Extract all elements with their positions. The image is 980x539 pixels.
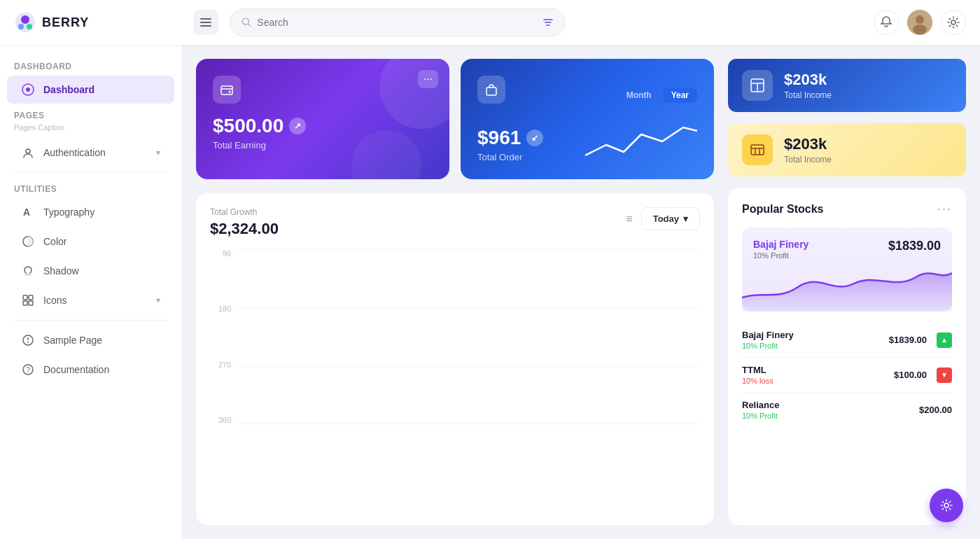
- stock-price-area-reliance: $200.00: [919, 405, 952, 415]
- earning-more-button[interactable]: ···: [418, 70, 438, 88]
- svg-point-14: [913, 24, 927, 34]
- svg-point-2: [18, 24, 24, 29]
- icons-icon: [21, 293, 35, 307]
- stocks-card: Popular Stocks ··· Bajaj Finery 10% Prof…: [728, 188, 966, 525]
- stocks-header: Popular Stocks ···: [742, 202, 952, 216]
- svg-rect-6: [200, 25, 211, 27]
- header-right: [874, 10, 966, 35]
- svg-point-29: [27, 342, 29, 343]
- settings-button[interactable]: [941, 10, 966, 35]
- stock-loss-ttml: 10% loss: [742, 377, 774, 385]
- card-earning: ··· $500.00 ↗ Total Earning: [196, 59, 449, 179]
- logo-text: BERRY: [42, 15, 89, 30]
- bell-icon: [880, 16, 892, 29]
- sidebar-item-dashboard[interactable]: Dashboard: [7, 76, 174, 104]
- toggle-year-button[interactable]: Year: [663, 88, 697, 103]
- typography-label: Typography: [43, 206, 94, 218]
- stock-price-ttml: $100.00: [894, 370, 927, 380]
- svg-text:?: ?: [27, 366, 31, 374]
- stat-card-blue: $203k Total Income: [728, 59, 966, 112]
- svg-rect-5: [200, 22, 211, 23]
- hamburger-icon: [200, 17, 211, 28]
- grid-icon: [750, 142, 765, 158]
- sidebar-divider-2: [14, 320, 167, 321]
- table-icon: [750, 78, 765, 93]
- content: ··· $500.00 ↗ Total Earning: [182, 45, 980, 539]
- filter-icon: [542, 17, 554, 28]
- search-input[interactable]: [257, 17, 537, 28]
- search-bar: [230, 8, 566, 36]
- svg-point-15: [951, 20, 955, 24]
- hamburger-button[interactable]: [193, 10, 218, 35]
- chart-menu-icon[interactable]: ≡: [626, 213, 632, 225]
- search-icon: [241, 17, 251, 28]
- stock-row-bajaj: Bajaj Finery 10% Profit $1839.00 ▲: [742, 323, 952, 358]
- notification-button[interactable]: [874, 10, 899, 35]
- stat1-amount: $203k: [784, 71, 832, 89]
- logo-icon: [14, 11, 36, 34]
- stock-profit-reliance: 10% Profit: [742, 412, 779, 420]
- svg-rect-24: [29, 295, 33, 300]
- fab-button[interactable]: [930, 489, 963, 522]
- svg-point-21: [24, 267, 31, 274]
- stock-price-area-bajaj: $1839.00 ▲: [889, 332, 952, 348]
- stock-row-reliance: Reliance 10% Profit $200.00: [742, 393, 952, 427]
- stock-badge-bajaj: ▲: [937, 332, 952, 348]
- svg-text:A: A: [23, 206, 30, 218]
- sidebar-item-color[interactable]: Color: [7, 227, 174, 255]
- stat2-amount: $203k: [784, 135, 832, 153]
- toggle-month-button[interactable]: Month: [618, 88, 660, 103]
- sidebar: Dashboard Dashboard Pages Pages Caption …: [0, 45, 182, 539]
- order-amount: $961 ↙: [477, 127, 543, 149]
- avatar[interactable]: [907, 10, 932, 35]
- stock-info-reliance: Reliance 10% Profit: [742, 400, 779, 420]
- svg-line-8: [248, 24, 250, 26]
- y-label-270: 270: [210, 360, 231, 369]
- color-label: Color: [43, 236, 66, 247]
- stock-info-bajaj: Bajaj Finery 10% Profit: [742, 330, 794, 350]
- sidebar-item-authentication[interactable]: Authentication ▾: [7, 139, 174, 167]
- top-cards: ··· $500.00 ↗ Total Earning: [196, 59, 714, 179]
- stock-price-reliance: $200.00: [919, 405, 952, 415]
- stock-name-bajaj: Bajaj Finery: [742, 330, 794, 340]
- pages-caption: Pages Caption: [0, 123, 181, 137]
- stock-rows: Bajaj Finery 10% Profit $1839.00 ▲ TTML …: [742, 323, 952, 427]
- chart-area: 360 270 180 90: [210, 249, 700, 445]
- sidebar-item-typography[interactable]: A Typography: [7, 198, 174, 226]
- stat1-icon-box: [742, 70, 773, 101]
- svg-rect-32: [221, 86, 232, 94]
- today-label: Today: [653, 214, 679, 224]
- chart-bars: [238, 249, 700, 424]
- stat1-text: $203k Total Income: [784, 71, 832, 100]
- sidebar-item-icons[interactable]: Icons ▾: [7, 286, 174, 314]
- earning-amount: $500.00 ↗: [213, 115, 433, 137]
- card-order-top: Month Year: [477, 76, 697, 115]
- color-icon: [21, 234, 35, 248]
- stock-name-ttml: TTML: [742, 365, 774, 375]
- logo-area: BERRY: [14, 11, 182, 34]
- growth-card: Total Growth $2,324.00 ≡ Today ▾ 360: [196, 193, 714, 525]
- sidebar-item-shadow[interactable]: Shadow: [7, 257, 174, 285]
- stocks-more-button[interactable]: ···: [937, 202, 952, 216]
- stock-badge-ttml: ▼: [937, 368, 952, 383]
- user-avatar: [907, 10, 932, 35]
- stock-price-area-ttml: $100.00 ▼: [894, 368, 952, 383]
- earning-trend-icon: ↗: [289, 118, 306, 134]
- docs-icon: ?: [21, 363, 35, 377]
- gear-icon: [947, 16, 960, 29]
- stat1-label: Total Income: [784, 90, 832, 100]
- svg-rect-4: [200, 18, 211, 20]
- today-button[interactable]: Today ▾: [641, 207, 700, 230]
- sidebar-item-sample[interactable]: Sample Page: [7, 326, 174, 354]
- stat-card-yellow: $203k Total Income: [728, 123, 966, 176]
- docs-label: Documentation: [43, 364, 109, 375]
- stat2-icon-box: [742, 134, 773, 165]
- card-order: Month Year $961 ↙ Total Order: [461, 59, 714, 179]
- svg-point-13: [916, 15, 924, 24]
- order-label: Total Order: [477, 152, 543, 162]
- featured-stock-price: $1839.00: [888, 239, 941, 253]
- auth-icon: [21, 146, 35, 160]
- sidebar-item-documentation[interactable]: ? Documentation: [7, 356, 174, 384]
- order-mini-chart: [585, 120, 697, 162]
- growth-header: Total Growth $2,324.00 ≡ Today ▾: [210, 207, 700, 238]
